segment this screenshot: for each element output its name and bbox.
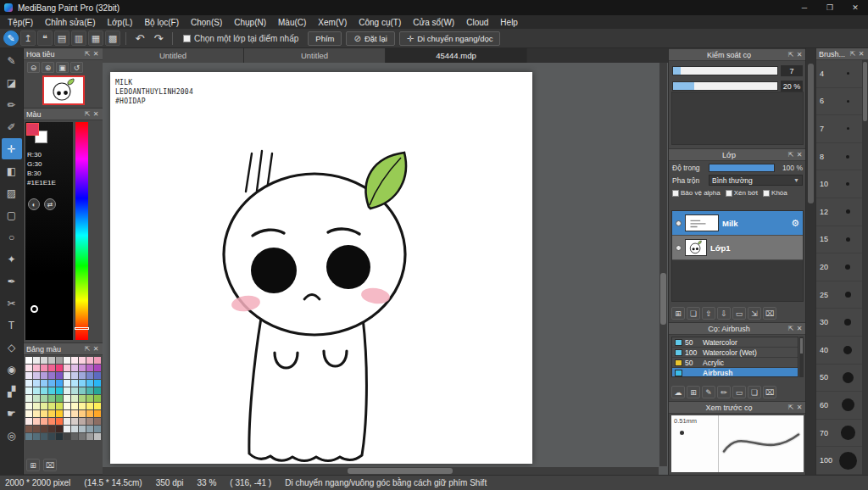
palette-color-swatch[interactable] — [56, 418, 63, 425]
delete-brush-icon[interactable]: ⌧ — [763, 386, 776, 398]
palette-color-swatch[interactable] — [71, 418, 78, 425]
palette-color-swatch[interactable] — [56, 395, 63, 402]
brush-size-option[interactable]: 40 — [816, 337, 862, 365]
brush-size-option[interactable]: 60 — [816, 392, 862, 420]
palette-color-swatch[interactable] — [25, 395, 32, 402]
layer-visibility-dot[interactable] — [676, 220, 682, 226]
brush-size-option[interactable]: 50 — [816, 365, 862, 393]
fill-tool[interactable]: ◧ — [2, 160, 22, 181]
canvas-horizontal-scrollbar[interactable] — [103, 467, 659, 475]
eyedropper-tool[interactable]: ◉ — [2, 359, 22, 380]
menu-item-10[interactable]: Cửa sổ(W) — [407, 18, 460, 27]
palette-color-swatch[interactable] — [48, 372, 55, 379]
palette-color-swatch[interactable] — [94, 426, 101, 432]
palette-color-swatch[interactable] — [94, 365, 101, 371]
layer-down-icon[interactable]: ⇩ — [717, 307, 731, 320]
brush-item-3[interactable]: 50Acrylic — [672, 358, 798, 368]
palette-color-swatch[interactable] — [79, 365, 86, 371]
panel-float-icon[interactable]: ⇱ — [83, 50, 92, 58]
canvas-vertical-scrollbar[interactable] — [659, 63, 667, 466]
foreground-color-swatch[interactable] — [26, 123, 39, 136]
zoom-in-icon[interactable]: ⊕ — [42, 62, 54, 73]
palette-color-swatch[interactable] — [25, 410, 32, 417]
scrollbar-thumb[interactable] — [800, 338, 803, 354]
palette-color-swatch[interactable] — [64, 426, 70, 432]
palette-color-swatch[interactable] — [48, 395, 55, 402]
palette-color-swatch[interactable] — [41, 426, 47, 432]
hue-bar[interactable] — [75, 122, 88, 340]
palette-color-swatch[interactable] — [79, 380, 86, 387]
zoom-out-icon[interactable]: ⊖ — [27, 62, 40, 73]
navigator-viewport[interactable] — [42, 75, 85, 105]
palette-color-swatch[interactable] — [48, 426, 55, 432]
panel-float-icon[interactable]: ⇱ — [849, 50, 857, 58]
airbrush-tool[interactable]: ✐ — [2, 116, 22, 137]
menu-item-3[interactable]: Lớp(L) — [102, 18, 139, 27]
hue-indicator[interactable] — [75, 327, 89, 330]
move-direction-button[interactable]: ✛ Di chuyển ngang/dọc — [399, 31, 501, 46]
palette-color-swatch[interactable] — [48, 410, 55, 417]
palette-color-swatch[interactable] — [56, 387, 63, 394]
palette-color-swatch[interactable] — [86, 410, 93, 417]
palette-color-swatch[interactable] — [71, 372, 78, 379]
scrollbar-thumb[interactable] — [348, 468, 453, 474]
panel-close-icon[interactable]: ✕ — [795, 404, 804, 411]
palette-color-swatch[interactable] — [48, 418, 55, 425]
palette-color-swatch[interactable] — [64, 403, 70, 409]
palette-color-swatch[interactable] — [64, 418, 70, 425]
menu-item-5[interactable]: Chọn(S) — [185, 18, 228, 27]
document-icon[interactable]: ▤ — [54, 31, 70, 46]
palette-color-swatch[interactable] — [64, 365, 70, 371]
palette-color-swatch[interactable] — [33, 403, 40, 409]
brush-size-option[interactable]: 12 — [816, 198, 862, 226]
menu-item-12[interactable]: Help — [494, 18, 524, 27]
brush-size-option[interactable]: 70 — [816, 420, 862, 448]
panel-scrollbar[interactable] — [805, 48, 815, 475]
panel-close-icon[interactable]: ✕ — [92, 50, 100, 58]
palette-color-swatch[interactable] — [33, 372, 40, 379]
palette-color-swatch[interactable] — [79, 387, 86, 394]
palette-color-swatch[interactable] — [25, 426, 32, 432]
menu-item-4[interactable]: Bộ lọc(F) — [138, 18, 185, 27]
brush-size-option[interactable]: 30 — [816, 309, 862, 337]
palette-color-swatch[interactable] — [64, 433, 70, 440]
hand-tool[interactable]: ☛ — [2, 403, 22, 424]
palette-color-swatch[interactable] — [64, 395, 70, 402]
palette-color-swatch[interactable] — [48, 403, 55, 409]
duplicate-brush-icon[interactable]: ❏ — [748, 386, 761, 398]
palette-color-swatch[interactable] — [56, 365, 63, 371]
swap-colors-icon[interactable]: ⇄ — [44, 198, 56, 210]
brush-item-1[interactable]: 50Watercolor — [672, 337, 798, 348]
palette-color-swatch[interactable] — [94, 357, 101, 364]
palette-color-swatch[interactable] — [25, 372, 32, 379]
palette-color-swatch[interactable] — [25, 365, 32, 371]
palette-color-swatch[interactable] — [41, 372, 47, 379]
menu-item-2[interactable]: Chỉnh sửa(E) — [39, 18, 102, 27]
palette-color-swatch[interactable] — [48, 433, 55, 440]
palette-color-swatch[interactable] — [71, 357, 78, 364]
keys-button[interactable]: Phím — [308, 31, 342, 46]
brush-size-option[interactable]: 100 — [816, 447, 862, 475]
layer-settings-icon[interactable]: ⚙ — [791, 218, 799, 229]
palette-color-swatch[interactable] — [94, 418, 101, 425]
palette-color-swatch[interactable] — [25, 418, 32, 425]
size-list-scrollbar[interactable] — [862, 60, 868, 475]
panel-close-icon[interactable]: ✕ — [92, 345, 100, 353]
panel-close-icon[interactable]: ✕ — [795, 151, 804, 159]
palette-color-swatch[interactable] — [71, 426, 78, 432]
palette-color-swatch[interactable] — [79, 426, 86, 432]
palette-color-swatch[interactable] — [56, 380, 63, 387]
add-brush-icon[interactable]: ⊞ — [687, 386, 700, 398]
select-layer-checkbox[interactable]: Chọn một lớp tại điểm nhấp — [183, 34, 298, 43]
layer-check-2[interactable]: Xén bớt — [726, 189, 758, 197]
select-tool[interactable]: ▢ — [2, 204, 22, 226]
minimize-button[interactable]: ─ — [792, 0, 817, 15]
palette-color-swatch[interactable] — [79, 403, 86, 409]
delete-layer-icon[interactable]: ⌧ — [763, 307, 776, 320]
color-wheel-icon[interactable]: ◐ — [28, 198, 40, 210]
palette-color-swatch[interactable] — [41, 403, 47, 409]
palette-color-swatch[interactable] — [41, 395, 47, 402]
palette-color-swatch[interactable] — [33, 418, 40, 425]
palette-color-swatch[interactable] — [56, 357, 63, 364]
pen-tool[interactable]: ✏ — [2, 94, 22, 115]
